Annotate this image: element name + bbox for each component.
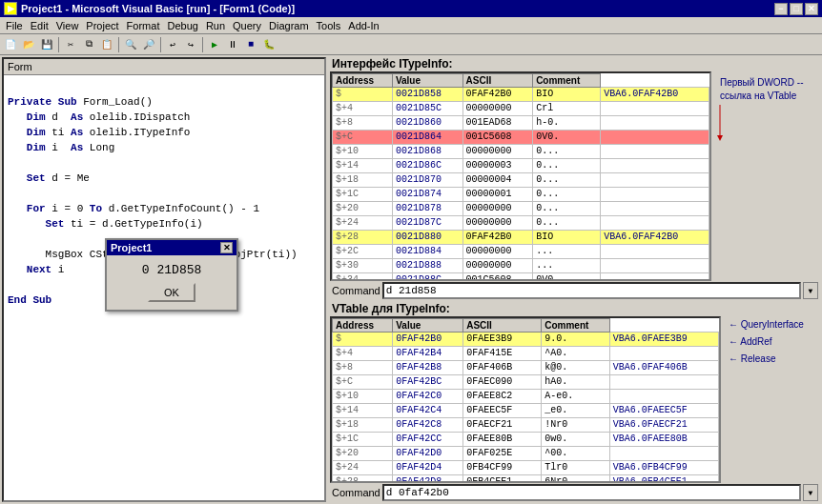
table-row: $+14 0FAF42C4 0FAEEC5F _e0. VBA6.0FAEEC5…: [333, 404, 719, 418]
toolbar: 📄 📂 💾 ✂ ⧉ 📋 🔍 🔎 ↩ ↪ ▶ ⏸ ■ 🐛: [0, 34, 822, 55]
cell-comment: [601, 145, 709, 159]
command-input-top[interactable]: [382, 282, 801, 299]
cell-value: 0FAF42B0: [462, 88, 533, 102]
cell-offset: $+20: [333, 447, 393, 461]
cell-ascii: 0V0.: [533, 131, 601, 145]
cell-address: 0021D87C: [392, 216, 462, 231]
cell-address: 0021D864: [392, 131, 462, 145]
dialog-close-button[interactable]: ✕: [220, 242, 233, 253]
cell-address: 0FAF42D8: [393, 475, 463, 484]
toolbar-open[interactable]: 📂: [20, 36, 37, 53]
cell-offset: $: [333, 88, 393, 102]
menu-edit[interactable]: Edit: [27, 19, 52, 32]
menu-view[interactable]: View: [52, 19, 83, 32]
cell-offset: $+4: [333, 102, 393, 116]
menu-project[interactable]: Project: [82, 19, 122, 32]
menu-format[interactable]: Format: [123, 19, 164, 32]
toolbar-pause[interactable]: ⏸: [224, 36, 241, 53]
cell-comment: [601, 173, 709, 188]
table-row: $+20 0FAF42D0 0FAF025E ^00.: [333, 447, 719, 461]
cell-value: 00000003: [462, 159, 533, 173]
cell-value: 0FAF025E: [463, 447, 542, 461]
command-label-bottom: Command: [332, 487, 380, 498]
toolbar-redo[interactable]: ↪: [182, 36, 199, 53]
cell-address: 0FAF42C4: [393, 404, 463, 418]
table-row: $+4 0021D85C 00000000 Crl: [333, 102, 709, 116]
addref-annotation: ← AddRef: [729, 333, 804, 351]
table-row: $+1C 0FAF42CC 0FAEE80B 0w0. VBA6.0FAEE80…: [333, 433, 719, 447]
cell-value: 0FAEE8C2: [463, 390, 542, 404]
cell-value: 0FAEEC5F: [463, 404, 542, 418]
cell-comment: [601, 116, 709, 131]
menu-diagram[interactable]: Diagram: [265, 19, 313, 32]
cell-value: 00000001: [462, 188, 533, 202]
dialog-value-0: 0: [142, 263, 150, 277]
table-row: $+18 0021D870 00000004 0...: [333, 173, 709, 188]
cell-ascii: h-0.: [533, 116, 601, 131]
cell-comment: VBA6.0FB4CFE1: [609, 475, 718, 484]
toolbar-find2[interactable]: 🔎: [140, 36, 157, 53]
minimize-button[interactable]: −: [774, 3, 788, 15]
cell-ascii: BIO: [533, 88, 601, 102]
toolbar-stop[interactable]: ■: [242, 36, 259, 53]
cell-address: 0FAF42B4: [393, 347, 463, 361]
dialog-value-1: 21D858: [157, 263, 202, 277]
menu-query[interactable]: Query: [229, 19, 265, 32]
maximize-button[interactable]: □: [790, 3, 803, 15]
cell-address: 0FAF42CC: [393, 433, 463, 447]
table-row: $+C 0021D864 001C5608 0V0.: [333, 131, 709, 145]
cell-offset: $+18: [333, 418, 393, 433]
typeinfo-command-bar: Command ▼: [330, 281, 820, 300]
dialog-title-bar: Project1 ✕: [107, 240, 236, 255]
cell-offset: $: [333, 333, 393, 347]
menu-bar: File Edit View Project Format Debug Run …: [0, 17, 822, 34]
col-ascii: ASCII: [462, 74, 533, 88]
cell-ascii: 0...: [533, 145, 601, 159]
toolbar-debug[interactable]: 🐛: [260, 36, 277, 53]
dialog-ok-button[interactable]: OK: [148, 283, 195, 302]
cell-ascii: 0V0.: [533, 273, 601, 282]
cell-offset: $+18: [333, 173, 393, 188]
menu-addin[interactable]: Add-In: [344, 19, 382, 32]
toolbar-sep2: [118, 37, 119, 52]
cell-ascii: ^00.: [542, 447, 609, 461]
table-row: $ 0FAF42B0 0FAEE3B9 9.0. VBA6.0FAEE3B9: [333, 333, 719, 347]
code-editor-object[interactable]: Form: [8, 61, 32, 72]
cell-value: 0FAECF21: [463, 418, 542, 433]
cell-offset: $+8: [333, 116, 393, 131]
toolbar-find[interactable]: 🔍: [122, 36, 139, 53]
command-input-bottom[interactable]: [382, 484, 801, 501]
menu-file[interactable]: File: [2, 19, 27, 32]
menu-tools[interactable]: Tools: [313, 19, 345, 32]
cell-ascii: _e0.: [542, 404, 609, 418]
toolbar-undo[interactable]: ↩: [164, 36, 181, 53]
cell-offset: $+24: [333, 461, 393, 475]
command-dropdown-bottom[interactable]: ▼: [803, 484, 818, 501]
cell-value: 0FAEE3B9: [463, 333, 542, 347]
cell-offset: $+10: [333, 390, 393, 404]
cell-offset: $+14: [333, 404, 393, 418]
toolbar-cut[interactable]: ✂: [62, 36, 79, 53]
menu-run[interactable]: Run: [202, 19, 229, 32]
command-dropdown-top[interactable]: ▼: [803, 282, 818, 299]
table-row: $+10 0FAF42C0 0FAEE8C2 A-e0.: [333, 390, 719, 404]
toolbar-paste[interactable]: 📋: [98, 36, 115, 53]
cell-value: 001C5608: [462, 131, 533, 145]
table-row: $+28 0021D880 0FAF42B0 BIO VBA6.0FAF42B0: [333, 231, 709, 245]
table-row: $+1C 0021D874 00000001 0...: [333, 188, 709, 202]
cell-comment: [609, 375, 718, 390]
table-row: $+30 0021D888 00000000 ...: [333, 259, 709, 273]
toolbar-save[interactable]: 💾: [38, 36, 55, 53]
close-button[interactable]: ✕: [805, 3, 818, 15]
qi-annotation: ← QueryInterface: [729, 316, 804, 333]
cell-value: 00000000: [462, 216, 533, 231]
vtab-col-comment: Comment: [542, 319, 609, 333]
cell-address: 0021D86C: [392, 159, 462, 173]
table-row: $ 0021D858 0FAF42B0 BIO VBA6.0FAF42B0: [333, 88, 709, 102]
vtable-command-bar: Command ▼: [330, 483, 820, 502]
toolbar-new[interactable]: 📄: [2, 36, 19, 53]
toolbar-run[interactable]: ▶: [206, 36, 223, 53]
toolbar-copy[interactable]: ⧉: [80, 36, 97, 53]
cell-offset: $+14: [333, 159, 393, 173]
menu-debug[interactable]: Debug: [163, 19, 201, 32]
